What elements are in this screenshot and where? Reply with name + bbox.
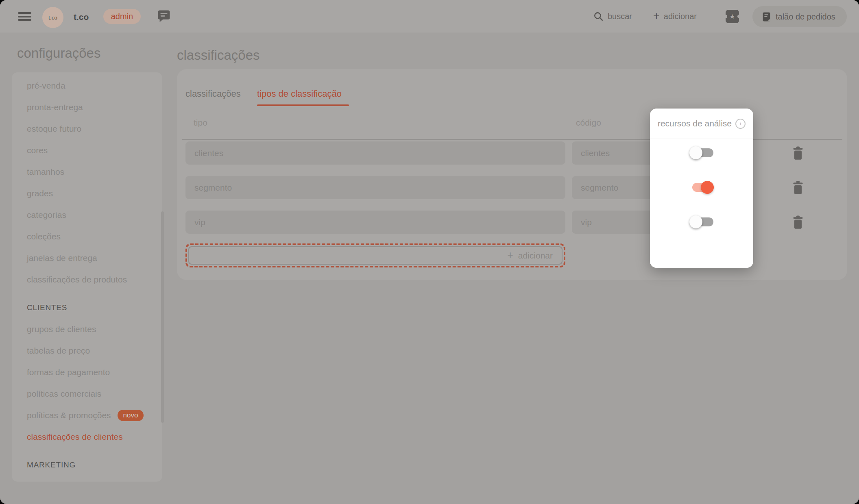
delete-row-2-button[interactable] [792,181,804,195]
star-voucher-icon[interactable]: ★ [726,10,739,23]
trash-icon [792,215,804,229]
sidebar-item-colecoes[interactable]: coleções [12,226,162,247]
topbar: t.co t.co admin buscar + adicionar ★ tal… [0,0,859,33]
trash-icon [792,146,804,160]
sidebar-item-grupos-de-clientes[interactable]: grupos de clientes [12,318,162,340]
page-title: classificações [177,48,260,63]
trash-icon [792,181,804,195]
sidebar-item-classificacoes-de-produtos[interactable]: classificações de produtos [12,269,162,290]
sidebar-item-tamanhos[interactable]: tamanhos [12,161,162,182]
novo-badge: novo [118,410,144,421]
add-row-inner: + adicionar [188,246,562,265]
sidebar-item-promocoes[interactable]: promoções [12,476,162,482]
tab-tipos-de-classificacao[interactable]: tipos de classificação [257,89,342,99]
order-pad-button[interactable]: talão de pedidos [752,6,847,27]
tab-classificacoes[interactable]: classificações [185,89,241,99]
spotlight-analysis-column: recursos de análise i [650,109,753,268]
search-button[interactable]: buscar [593,0,632,33]
sidebar-scrollbar[interactable] [161,211,164,423]
sidebar-item-formas-de-pagamento[interactable]: formas de pagamento [12,361,162,383]
sidebar-item-politicas-comerciais[interactable]: políticas comerciais [12,383,162,404]
sidebar-item-classificacoes-de-clientes[interactable]: classificações de clientes [12,426,162,448]
add-label: adicionar [664,12,697,21]
sidebar-item-estoque-futuro[interactable]: estoque futuro [12,118,162,139]
sidebar-item-pronta-entrega[interactable]: pronta-entrega [12,96,162,118]
tipo-input-row-1[interactable]: clientes [185,141,565,165]
app-window: t.co t.co admin buscar + adicionar ★ tal… [0,0,859,504]
sidebar-item-grades[interactable]: grades [12,182,162,204]
delete-row-1-button[interactable] [792,146,804,160]
active-tab-underline [257,104,349,106]
brand-name: t.co [74,12,89,22]
tipo-input-row-2[interactable]: segmento [185,176,565,199]
search-icon [593,11,604,22]
sidebar-section-marketing: MARKETING [12,454,162,476]
add-classification-type-row[interactable]: + adicionar [185,243,565,267]
analysis-toggle-row-1[interactable] [690,146,713,159]
sidebar-item-janelas-de-entrega[interactable]: janelas de entrega [12,247,162,269]
sidebar-item-tabelas-de-preco[interactable]: tabelas de preço [12,340,162,361]
sidebar-item-pre-venda[interactable]: pré-venda [12,75,162,96]
delete-row-3-button[interactable] [792,215,804,229]
column-header-codigo: código [576,118,601,128]
sidebar-title: configurações [17,46,100,61]
sidebar-section-clientes: CLIENTES [12,297,162,318]
column-header-recursos-de-analise: recursos de análise [658,119,732,128]
info-icon[interactable]: i [735,119,746,129]
chat-icon[interactable] [157,9,171,23]
sidebar-item-politicas-promocoes[interactable]: políticas & promoções novo [12,404,162,426]
sidebar-item-categorias[interactable]: categorias [12,204,162,226]
plus-icon: + [653,11,660,22]
role-badge: admin [103,9,141,24]
sidebar-item-cores[interactable]: cores [12,139,162,161]
spotlight-divider [650,139,753,139]
analysis-toggle-row-3[interactable] [690,215,713,228]
order-pad-icon [761,12,772,22]
search-label: buscar [608,12,632,21]
analysis-toggle-row-2[interactable] [690,181,713,194]
add-row-label: adicionar [518,251,553,261]
sidebar-list: pré-venda pronta-entrega estoque futuro … [12,72,162,482]
spotlight-header: recursos de análise i [650,109,753,139]
sidebar-panel: pré-venda pronta-entrega estoque futuro … [12,72,162,482]
column-header-tipo: tipo [194,118,207,128]
sidebar-item-label: políticas & promoções [27,411,111,420]
brand-avatar[interactable]: t.co [42,7,63,28]
order-pad-label: talão de pedidos [776,12,835,22]
menu-icon[interactable] [18,12,31,21]
tipo-input-row-3[interactable]: vip [185,211,565,234]
add-button[interactable]: + adicionar [653,0,697,33]
plus-icon: + [507,250,513,260]
brand-logo-text: t.co [48,15,57,20]
